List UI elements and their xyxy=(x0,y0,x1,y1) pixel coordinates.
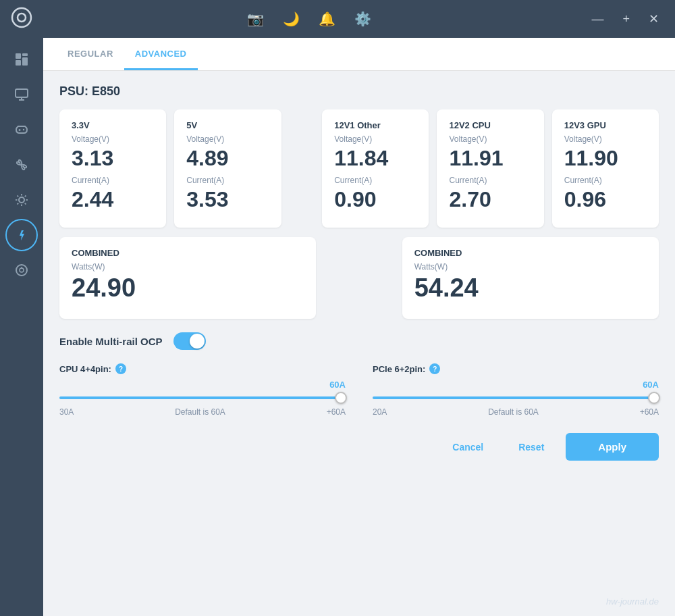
slider-pcie-title: PCIe 6+2pin: xyxy=(373,364,425,374)
slider-pcie: PCIe 6+2pin: ? 60A 20A Default xyxy=(373,363,659,417)
slider-cpu-max-label: +60A xyxy=(327,407,346,417)
combined-high-watts-label: Watts(W) xyxy=(414,262,647,272)
card-12v1-current-value: 0.90 xyxy=(334,188,416,211)
card-3v3: 3.3V Voltage(V) 3.13 Current(A) 2.44 xyxy=(59,109,166,228)
cards-row: 3.3V Voltage(V) 3.13 Current(A) 2.44 5V … xyxy=(59,109,659,228)
svg-point-24 xyxy=(21,267,22,268)
maximize-button[interactable]: + xyxy=(617,9,635,29)
card-12v3-label: 12V3 GPU xyxy=(564,120,647,130)
tabs: REGULAR ADVANCED xyxy=(43,38,675,71)
svg-line-21 xyxy=(18,203,19,205)
card-3v3-voltage-label: Voltage(V) xyxy=(72,134,154,144)
combined-row: COMBINED Watts(W) 24.90 COMBINED Watts(W… xyxy=(59,237,659,319)
settings-icon[interactable]: ⚙️ xyxy=(354,11,371,27)
slider-cpu-value-label: 60A xyxy=(59,380,346,390)
sidebar-item-fan[interactable] xyxy=(5,149,38,181)
card-12v2: 12V2 CPU Voltage(V) 11.91 Current(A) 2.7… xyxy=(437,109,543,228)
camera-icon[interactable]: 📷 xyxy=(247,11,264,27)
svg-line-19 xyxy=(25,203,26,205)
content-area: REGULAR ADVANCED PSU: E850 3.3V Voltage(… xyxy=(43,38,675,616)
app-logo xyxy=(11,7,32,31)
card-12v3-voltage-value: 11.90 xyxy=(564,147,647,170)
svg-rect-2 xyxy=(16,53,21,59)
svg-point-12 xyxy=(20,163,23,166)
card-12v2-voltage-label: Voltage(V) xyxy=(449,134,531,144)
apply-button[interactable]: Apply xyxy=(566,433,659,461)
sidebar-item-brightness[interactable] xyxy=(5,184,38,216)
card-12v3-current-label: Current(A) xyxy=(564,176,647,185)
sliders-row: CPU 4+4pin: ? 60A 30A Default xyxy=(59,363,659,417)
card-12v2-label: 12V2 CPU xyxy=(449,120,531,130)
sidebar-item-dashboard[interactable] xyxy=(5,43,38,76)
sidebar-item-disk[interactable] xyxy=(5,254,38,286)
card-12v1: 12V1 Other Voltage(V) 11.84 Current(A) 0… xyxy=(322,109,429,228)
slider-pcie-thumb[interactable] xyxy=(648,392,660,404)
card-12v3-voltage-label: Voltage(V) xyxy=(564,134,647,144)
slider-cpu-track xyxy=(59,396,346,399)
combined-card-low: COMBINED Watts(W) 24.90 xyxy=(59,237,316,319)
svg-rect-3 xyxy=(22,53,28,56)
card-5v: 5V Voltage(V) 4.89 Current(A) 3.53 xyxy=(174,109,281,228)
svg-point-1 xyxy=(18,14,26,22)
card-5v-voltage-value: 4.89 xyxy=(186,147,269,170)
ocp-toggle[interactable] xyxy=(173,332,206,350)
combined-low-watts-label: Watts(W) xyxy=(72,262,304,272)
minimize-button[interactable]: — xyxy=(586,9,609,29)
slider-pcie-min-label: 20A xyxy=(373,407,387,417)
ocp-row: Enable Multi-rail OCP xyxy=(59,332,659,350)
tab-regular[interactable]: REGULAR xyxy=(57,38,124,70)
svg-rect-4 xyxy=(16,60,21,66)
slider-cpu-thumb[interactable] xyxy=(335,392,347,404)
slider-cpu-min-label: 30A xyxy=(59,407,74,417)
toggle-knob xyxy=(190,334,205,349)
tab-advanced[interactable]: ADVANCED xyxy=(124,38,198,70)
slider-cpu-labels: 30A Default is 60A +60A xyxy=(59,407,346,417)
titlebar-center: 📷 🌙 🔔 ⚙️ xyxy=(247,11,371,27)
card-12v2-current-value: 2.70 xyxy=(449,188,531,211)
slider-cpu-container[interactable] xyxy=(59,391,346,405)
page-content: PSU: E850 3.3V Voltage(V) 3.13 Current(A… xyxy=(43,71,675,616)
svg-point-22 xyxy=(16,265,27,276)
card-5v-current-value: 3.53 xyxy=(186,188,269,211)
moon-icon[interactable]: 🌙 xyxy=(283,11,300,27)
slider-pcie-fill xyxy=(373,396,659,399)
combined-high-watts-value: 54.24 xyxy=(414,274,647,303)
slider-cpu-default-label: Default is 60A xyxy=(175,407,225,417)
ocp-section: Enable Multi-rail OCP CPU 4+4pin: ? 60A xyxy=(59,332,659,417)
slider-cpu: CPU 4+4pin: ? 60A 30A Default xyxy=(59,363,346,417)
svg-rect-5 xyxy=(22,57,28,66)
titlebar-actions: — + ✕ xyxy=(586,9,664,29)
card-12v1-current-label: Current(A) xyxy=(334,176,416,185)
card-5v-label: 5V xyxy=(186,120,269,130)
card-12v1-voltage-value: 11.84 xyxy=(334,147,416,170)
combined-low-watts-value: 24.90 xyxy=(72,274,304,303)
combined-high-label: COMBINED xyxy=(414,248,647,258)
reset-button[interactable]: Reset xyxy=(505,433,558,461)
card-12v3-current-value: 0.96 xyxy=(564,188,647,211)
card-12v1-voltage-label: Voltage(V) xyxy=(334,134,416,144)
sidebar-item-gamepad[interactable] xyxy=(5,113,38,146)
close-button[interactable]: ✕ xyxy=(643,9,664,29)
sidebar-item-monitor[interactable] xyxy=(5,78,38,111)
svg-rect-6 xyxy=(16,89,28,97)
ocp-label: Enable Multi-rail OCP xyxy=(59,336,163,347)
sidebar-item-power[interactable] xyxy=(5,219,38,251)
bell-icon[interactable]: 🔔 xyxy=(319,11,335,27)
slider-pcie-help-icon[interactable]: ? xyxy=(429,363,440,374)
titlebar: 📷 🌙 🔔 ⚙️ — + ✕ xyxy=(0,0,675,38)
card-3v3-voltage-value: 3.13 xyxy=(72,147,154,170)
main-layout: REGULAR ADVANCED PSU: E850 3.3V Voltage(… xyxy=(0,38,675,616)
svg-line-18 xyxy=(18,196,19,197)
slider-pcie-container[interactable] xyxy=(373,391,659,405)
card-12v1-label: 12V1 Other xyxy=(334,120,416,130)
slider-pcie-labels: 20A Default is 60A +60A xyxy=(373,407,659,417)
combined-low-label: COMBINED xyxy=(72,248,304,258)
slider-pcie-max-label: +60A xyxy=(640,407,659,417)
cancel-button[interactable]: Cancel xyxy=(439,433,497,461)
slider-cpu-help-icon[interactable]: ? xyxy=(115,363,126,374)
card-12v2-voltage-value: 11.91 xyxy=(449,147,531,170)
slider-cpu-title: CPU 4+4pin: xyxy=(59,364,111,374)
slider-pcie-header: PCIe 6+2pin: ? xyxy=(373,363,659,374)
slider-cpu-header: CPU 4+4pin: ? xyxy=(59,363,346,374)
svg-line-20 xyxy=(25,196,26,197)
